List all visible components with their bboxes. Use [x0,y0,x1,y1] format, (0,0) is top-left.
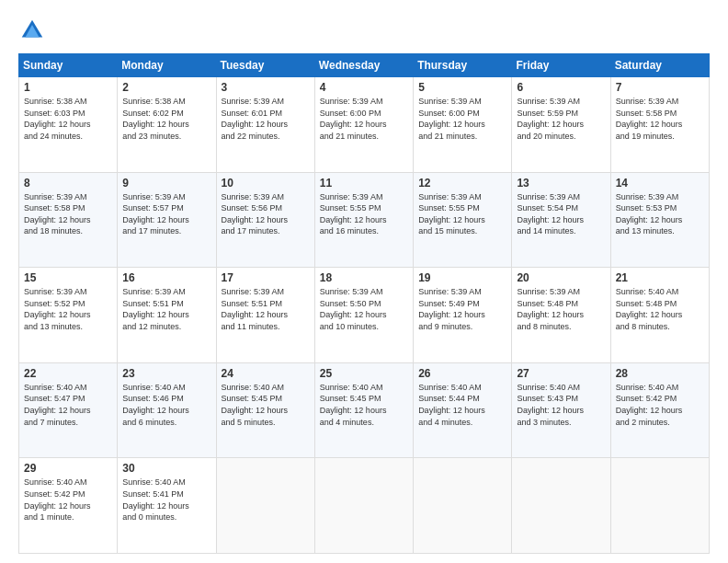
weekday-header: Sunday [19,54,118,77]
day-number: 8 [24,177,113,190]
calendar-cell: 5Sunrise: 5:39 AM Sunset: 6:00 PM Daylig… [414,77,512,173]
day-number: 23 [122,367,211,380]
day-info: Sunrise: 5:40 AM Sunset: 5:45 PM Dayligh… [222,382,311,428]
day-number: 12 [418,177,507,190]
day-info: Sunrise: 5:39 AM Sunset: 5:56 PM Dayligh… [222,191,311,237]
weekday-header: Friday [512,54,610,77]
calendar-cell [414,458,512,554]
calendar-week-row: 22Sunrise: 5:40 AM Sunset: 5:47 PM Dayli… [19,362,710,458]
day-info: Sunrise: 5:39 AM Sunset: 5:59 PM Dayligh… [517,96,606,142]
calendar-cell: 26Sunrise: 5:40 AM Sunset: 5:44 PM Dayli… [414,362,512,458]
day-number: 22 [24,367,113,380]
day-info: Sunrise: 5:39 AM Sunset: 5:54 PM Dayligh… [517,191,606,237]
day-number: 6 [517,81,606,94]
day-info: Sunrise: 5:40 AM Sunset: 5:44 PM Dayligh… [418,382,507,428]
calendar-cell: 3Sunrise: 5:39 AM Sunset: 6:01 PM Daylig… [216,77,314,173]
day-info: Sunrise: 5:39 AM Sunset: 6:00 PM Dayligh… [418,96,507,142]
calendar-cell: 12Sunrise: 5:39 AM Sunset: 5:55 PM Dayli… [414,172,512,268]
day-number: 18 [320,271,409,284]
header [18,17,710,44]
calendar-cell: 29Sunrise: 5:40 AM Sunset: 5:42 PM Dayli… [19,458,118,554]
calendar-cell: 19Sunrise: 5:39 AM Sunset: 5:49 PM Dayli… [414,268,512,363]
day-info: Sunrise: 5:39 AM Sunset: 5:48 PM Dayligh… [517,286,606,332]
calendar-cell: 10Sunrise: 5:39 AM Sunset: 5:56 PM Dayli… [216,172,314,268]
day-number: 1 [24,81,113,94]
calendar-week-row: 15Sunrise: 5:39 AM Sunset: 5:52 PM Dayli… [19,268,710,363]
day-number: 26 [418,367,507,380]
day-number: 14 [616,177,705,190]
calendar-week-row: 8Sunrise: 5:39 AM Sunset: 5:58 PM Daylig… [19,172,710,268]
calendar-cell [610,458,709,554]
day-number: 21 [616,271,705,284]
day-number: 20 [517,271,606,284]
day-number: 13 [517,177,606,190]
day-number: 24 [222,367,311,380]
calendar-cell: 28Sunrise: 5:40 AM Sunset: 5:42 PM Dayli… [610,362,709,458]
weekday-header: Saturday [610,54,709,77]
day-info: Sunrise: 5:39 AM Sunset: 5:49 PM Dayligh… [418,286,507,332]
day-info: Sunrise: 5:40 AM Sunset: 5:46 PM Dayligh… [122,382,211,428]
day-info: Sunrise: 5:39 AM Sunset: 5:51 PM Dayligh… [222,286,311,332]
day-number: 28 [616,367,705,380]
weekday-header-row: SundayMondayTuesdayWednesdayThursdayFrid… [19,54,710,77]
weekday-header: Monday [118,54,216,77]
calendar-cell [512,458,610,554]
day-number: 11 [320,177,409,190]
day-info: Sunrise: 5:39 AM Sunset: 5:52 PM Dayligh… [24,286,113,332]
calendar-cell: 18Sunrise: 5:39 AM Sunset: 5:50 PM Dayli… [314,268,413,363]
calendar-cell: 20Sunrise: 5:39 AM Sunset: 5:48 PM Dayli… [512,268,610,363]
day-number: 2 [122,81,211,94]
day-number: 17 [222,271,311,284]
calendar-cell: 15Sunrise: 5:39 AM Sunset: 5:52 PM Dayli… [19,268,118,363]
day-number: 16 [122,271,211,284]
day-info: Sunrise: 5:39 AM Sunset: 5:51 PM Dayligh… [122,286,211,332]
day-number: 7 [616,81,705,94]
page: SundayMondayTuesdayWednesdayThursdayFrid… [0,0,728,563]
day-info: Sunrise: 5:39 AM Sunset: 5:55 PM Dayligh… [320,191,409,237]
day-info: Sunrise: 5:40 AM Sunset: 5:41 PM Dayligh… [122,477,211,523]
calendar-cell: 24Sunrise: 5:40 AM Sunset: 5:45 PM Dayli… [216,362,314,458]
calendar-cell: 13Sunrise: 5:39 AM Sunset: 5:54 PM Dayli… [512,172,610,268]
calendar-cell: 9Sunrise: 5:39 AM Sunset: 5:57 PM Daylig… [118,172,216,268]
day-number: 10 [222,177,311,190]
weekday-header: Tuesday [216,54,314,77]
day-number: 29 [24,462,113,475]
weekday-header: Thursday [414,54,512,77]
day-info: Sunrise: 5:40 AM Sunset: 5:45 PM Dayligh… [320,382,409,428]
day-info: Sunrise: 5:39 AM Sunset: 5:53 PM Dayligh… [616,191,705,237]
day-number: 30 [122,462,211,475]
day-info: Sunrise: 5:39 AM Sunset: 5:58 PM Dayligh… [24,191,113,237]
calendar-cell [216,458,314,554]
day-info: Sunrise: 5:39 AM Sunset: 5:58 PM Dayligh… [616,96,705,142]
calendar-cell: 7Sunrise: 5:39 AM Sunset: 5:58 PM Daylig… [610,77,709,173]
day-info: Sunrise: 5:40 AM Sunset: 5:42 PM Dayligh… [616,382,705,428]
calendar-cell: 1Sunrise: 5:38 AM Sunset: 6:03 PM Daylig… [19,77,118,173]
day-number: 9 [122,177,211,190]
weekday-header: Wednesday [314,54,413,77]
day-info: Sunrise: 5:39 AM Sunset: 6:01 PM Dayligh… [222,96,311,142]
calendar-cell: 6Sunrise: 5:39 AM Sunset: 5:59 PM Daylig… [512,77,610,173]
calendar-cell: 21Sunrise: 5:40 AM Sunset: 5:48 PM Dayli… [610,268,709,363]
calendar-cell: 27Sunrise: 5:40 AM Sunset: 5:43 PM Dayli… [512,362,610,458]
calendar-cell: 14Sunrise: 5:39 AM Sunset: 5:53 PM Dayli… [610,172,709,268]
calendar-cell: 25Sunrise: 5:40 AM Sunset: 5:45 PM Dayli… [314,362,413,458]
logo [18,17,50,44]
calendar-cell [314,458,413,554]
day-number: 19 [418,271,507,284]
day-number: 4 [320,81,409,94]
calendar-cell: 22Sunrise: 5:40 AM Sunset: 5:47 PM Dayli… [19,362,118,458]
day-number: 27 [517,367,606,380]
day-info: Sunrise: 5:40 AM Sunset: 5:42 PM Dayligh… [24,477,113,523]
day-info: Sunrise: 5:39 AM Sunset: 5:57 PM Dayligh… [122,191,211,237]
calendar: SundayMondayTuesdayWednesdayThursdayFrid… [18,53,710,554]
day-info: Sunrise: 5:40 AM Sunset: 5:47 PM Dayligh… [24,382,113,428]
calendar-cell: 11Sunrise: 5:39 AM Sunset: 5:55 PM Dayli… [314,172,413,268]
logo-icon [18,17,46,44]
calendar-cell: 30Sunrise: 5:40 AM Sunset: 5:41 PM Dayli… [118,458,216,554]
calendar-cell: 23Sunrise: 5:40 AM Sunset: 5:46 PM Dayli… [118,362,216,458]
day-number: 3 [222,81,311,94]
day-info: Sunrise: 5:40 AM Sunset: 5:43 PM Dayligh… [517,382,606,428]
calendar-cell: 16Sunrise: 5:39 AM Sunset: 5:51 PM Dayli… [118,268,216,363]
calendar-week-row: 29Sunrise: 5:40 AM Sunset: 5:42 PM Dayli… [19,458,710,554]
calendar-cell: 8Sunrise: 5:39 AM Sunset: 5:58 PM Daylig… [19,172,118,268]
